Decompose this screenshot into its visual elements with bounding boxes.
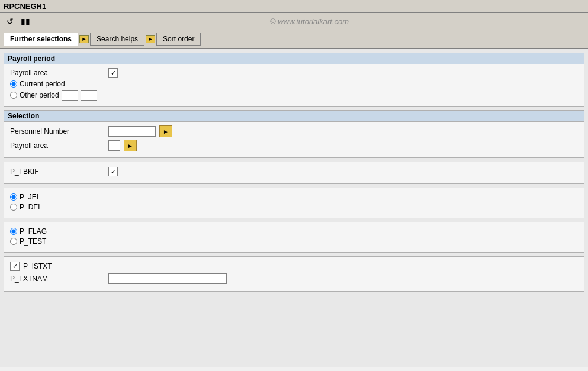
forward-icon[interactable]: ▮▮ <box>19 15 32 28</box>
current-period-row: Current period <box>10 80 578 88</box>
watermark: © www.tutorialkart.com <box>34 17 584 26</box>
selection-payroll-area-input[interactable] <box>108 140 120 151</box>
p-flag-row: P_FLAG <box>10 227 578 235</box>
current-period-label: Current period <box>20 80 65 88</box>
tab-further-selections[interactable]: Further selections <box>4 33 78 46</box>
radio-group2-section: P_FLAG P_TEST <box>4 222 584 253</box>
p-del-radio[interactable] <box>10 204 17 211</box>
title-bar: RPCNEGH1 <box>0 0 588 13</box>
selection-body: Personnel Number ► Payroll area ► <box>4 122 584 157</box>
personnel-number-row: Personnel Number ► <box>10 125 578 137</box>
content-area: Payroll period Payroll area ✓ Current pe… <box>0 49 588 367</box>
p-tbkif-section: P_TBKIF ✓ <box>4 162 584 184</box>
p-istxt-label: P_ISTXT <box>23 262 52 270</box>
period-input-1[interactable] <box>62 90 78 101</box>
p-flag-label: P_FLAG <box>20 227 47 235</box>
p-tbkif-checkbox[interactable]: ✓ <box>108 167 118 176</box>
other-period-radio[interactable] <box>10 92 17 99</box>
other-period-row: Other period <box>10 90 578 101</box>
sort-order-label: Sort order <box>163 35 194 43</box>
other-period-label: Other period <box>20 91 59 99</box>
selection-payroll-area-row: Payroll area ► <box>10 140 578 151</box>
radio-group1-section: P_JEL P_DEL <box>4 188 584 218</box>
p-test-label: P_TEST <box>20 237 46 246</box>
current-period-radio[interactable] <box>10 80 17 88</box>
sort-order-arrow-icon: ► <box>146 35 155 43</box>
p-tbkif-label: P_TBKIF <box>10 167 105 176</box>
p-txtnam-input[interactable] <box>108 273 227 284</box>
payroll-area-arrow-btn[interactable]: ► <box>124 140 137 151</box>
payroll-area-row: Payroll area ✓ <box>10 68 578 78</box>
p-del-row: P_DEL <box>10 203 578 211</box>
tab-bar: Further selections ► Search helps ► Sort… <box>0 30 588 49</box>
p-jel-row: P_JEL <box>10 193 578 201</box>
selection-payroll-area-label: Payroll area <box>10 141 105 150</box>
p-txtnam-row: P_TXTNAM <box>10 273 578 284</box>
p-test-row: P_TEST <box>10 237 578 246</box>
bottom-section: ✓ P_ISTXT P_TXTNAM <box>4 256 584 292</box>
p-test-radio[interactable] <box>10 238 17 245</box>
p-flag-radio[interactable] <box>10 228 17 235</box>
p-jel-radio[interactable] <box>10 193 17 201</box>
toolbar: ↺ ▮▮ © www.tutorialkart.com <box>0 13 588 30</box>
p-txtnam-label: P_TXTNAM <box>10 275 105 283</box>
tab-search-helps[interactable]: Search helps <box>90 33 144 46</box>
payroll-period-header: Payroll period <box>4 53 584 64</box>
payroll-period-body: Payroll area ✓ Current period Other peri… <box>4 64 584 106</box>
personnel-number-arrow-btn[interactable]: ► <box>159 125 172 137</box>
tab-sort-order[interactable]: Sort order <box>156 33 201 46</box>
personnel-number-label: Personnel Number <box>10 127 105 136</box>
personnel-number-input[interactable] <box>108 126 156 137</box>
selection-section: Selection Personnel Number ► Payroll are… <box>4 110 584 158</box>
search-helps-label: Search helps <box>97 35 138 43</box>
search-helps-arrow-icon: ► <box>79 35 89 43</box>
app-title: RPCNEGH1 <box>4 2 46 11</box>
payroll-area-label: Payroll area <box>10 69 105 77</box>
payroll-period-section: Payroll period Payroll area ✓ Current pe… <box>4 53 584 107</box>
p-del-label: P_DEL <box>20 203 42 211</box>
p-istxt-row: ✓ P_ISTXT <box>10 262 578 271</box>
payroll-area-checkbox[interactable]: ✓ <box>108 68 118 78</box>
selection-header: Selection <box>4 111 584 122</box>
period-inputs <box>62 90 97 101</box>
further-selections-label: Further selections <box>10 35 72 43</box>
period-input-2[interactable] <box>81 90 97 101</box>
p-jel-label: P_JEL <box>20 193 40 201</box>
back-icon[interactable]: ↺ <box>4 15 17 28</box>
p-tbkif-row: P_TBKIF ✓ <box>10 167 578 176</box>
p-istxt-checkbox[interactable]: ✓ <box>10 262 20 271</box>
